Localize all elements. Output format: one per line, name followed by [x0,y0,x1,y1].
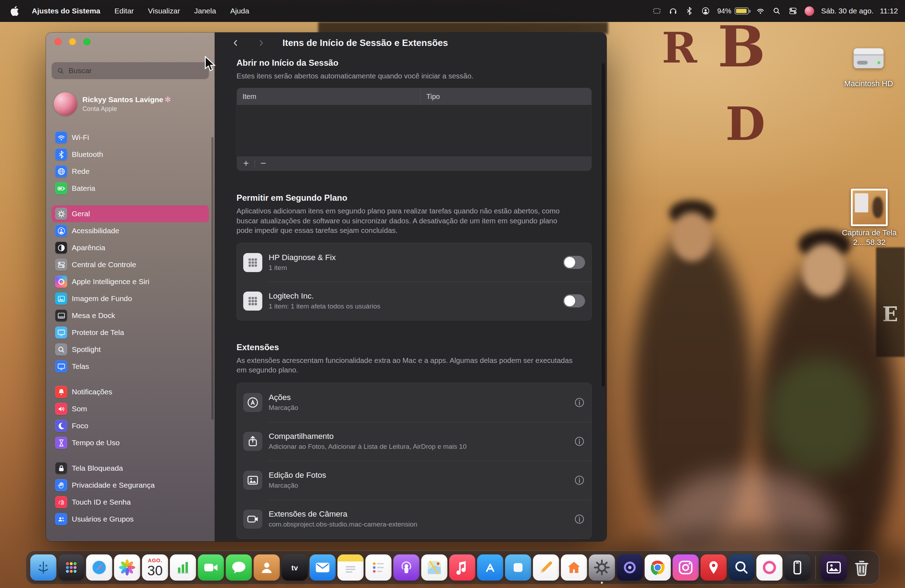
dock-reminders[interactable] [365,555,392,580]
minimize-button[interactable] [69,38,76,45]
dock-finder[interactable] [30,555,57,580]
battery-status[interactable]: 94% [717,7,749,15]
dock-pencil-app[interactable] [533,555,559,580]
dock-chrome[interactable] [645,555,671,580]
sidebar-item-imagem-de-fundo[interactable]: Imagem de Fundo [52,290,209,307]
dock-iphone-mirroring[interactable] [784,555,811,580]
add-login-item-button[interactable]: + [241,158,251,168]
search-input[interactable]: Buscar [52,62,209,79]
dock-contacts[interactable] [254,555,280,580]
menu-editar[interactable]: Editar [114,7,134,15]
menubar-date[interactable]: Sáb. 30 de ago. [821,7,873,15]
user-circle-icon[interactable] [701,6,710,16]
dock-weather-night[interactable] [617,555,643,580]
back-button[interactable] [230,36,241,49]
camera-outline-icon [676,558,695,577]
sidebar-item-tempo-de-uso[interactable]: Tempo de Uso [52,434,209,451]
sidebar-item-rede[interactable]: Rede [52,163,209,180]
dock-launchpad[interactable] [58,555,84,580]
dock-mail[interactable] [310,555,336,580]
desktop-icon-macintosh-hd[interactable]: Macintosh HD [835,40,902,89]
sidebar-item-acessibilidade[interactable]: Acessibilidade [52,222,209,239]
dock-safari[interactable] [86,555,113,580]
magnifier-icon[interactable] [772,6,781,16]
sidebar-item-aparencia[interactable]: Aparência [52,239,209,256]
info-button-compartilhamento[interactable] [574,436,585,447]
menu-janela[interactable]: Janela [194,7,216,15]
sidebar-item-touch-id-e-senha[interactable]: Touch ID e Senha [52,494,209,510]
dock-trash-icon[interactable] [849,555,875,580]
control-center-icon[interactable] [788,6,797,16]
sidebar-item-label: Apple Intelligence e Siri [72,277,149,286]
toggle-logitech-inc[interactable] [563,294,585,307]
dock-ring-app[interactable] [757,555,783,580]
info-button-extensoes-de-camera[interactable] [574,514,585,525]
headphones-icon[interactable] [668,6,678,16]
menu-ajustes-do-sistema[interactable]: Ajustes do Sistema [32,7,100,15]
dock-notes[interactable] [338,555,364,580]
dock-pin-app[interactable] [701,555,727,580]
info-button-acoes[interactable] [574,397,585,408]
sidebar-item-foco[interactable]: Foco [52,417,209,434]
desk-icon [57,311,66,320]
wifi-icon[interactable] [756,6,765,16]
dock-podcasts[interactable] [394,555,420,580]
sidebar-item-tela-bloqueada[interactable]: Tela Bloqueada [52,460,209,477]
content-scrollbar[interactable] [602,63,605,387]
sidebar-item-label: Som [72,404,87,413]
menubar-menus: Ajustes do SistemaEditarVisualizarJanela… [32,7,249,15]
dock-freeform[interactable] [505,555,531,580]
sidebar-item-wi-fi[interactable]: Wi-Fi [52,129,209,146]
menu-visualizar[interactable]: Visualizar [148,7,180,15]
person-circle-icon-tile [55,225,67,237]
sidebar-item-apple-intelligence-e-siri[interactable]: Apple Intelligence e Siri [52,273,209,290]
sidebar-item-som[interactable]: Som [52,400,209,417]
wifi-icon-tile [55,132,67,143]
swirl-icon [621,558,639,577]
sidebar-scrollbar[interactable] [211,137,214,420]
sidebar-item-bateria[interactable]: Bateria [52,180,209,197]
desktop-icon-label: Macintosh HD [844,79,893,89]
forward-button[interactable] [256,36,266,49]
sidebar-item-spotlight[interactable]: Spotlight [52,341,209,358]
dock-music[interactable] [449,555,475,580]
dock-apple-tv[interactable]: tv [282,555,308,580]
dock-photos[interactable] [114,555,140,580]
apple-menu-icon[interactable] [10,6,19,16]
sidebar-item-geral[interactable]: Geral [52,205,209,222]
bluetooth-icon[interactable] [685,6,694,16]
toggle-hp-diagnose-fix[interactable] [563,256,585,269]
dock-maps[interactable] [421,555,448,580]
sidebar-item-protetor-de-tela[interactable]: Protetor de Tela [52,324,209,341]
dock-messages[interactable] [226,555,252,580]
remove-login-item-button[interactable]: − [259,158,268,168]
dock-search-app[interactable] [729,555,755,580]
sidebar-group: Tela BloqueadaPrivacidade e SegurançaTou… [52,460,209,528]
menubar-clock[interactable]: 11:12 [880,7,898,15]
menu-ajuda[interactable]: Ajuda [230,7,249,15]
close-button[interactable] [54,38,62,45]
sidebar-item-bluetooth[interactable]: Bluetooth [52,146,209,163]
dock-home[interactable] [561,555,587,580]
sidebar-item-notificacoes[interactable]: Notificações [52,384,209,400]
zoom-button[interactable] [83,38,90,45]
menubar-avatar[interactable] [805,6,814,16]
sidebar-item-central-de-controle[interactable]: Central de Controle [52,256,209,273]
sidebar-item-privacidade-e-seguranca[interactable]: Privacidade e Segurança [52,477,209,494]
hourglass-icon-tile [55,437,67,449]
desktop-icon-screenshot[interactable]: Captura de Tela 2....58.32 [838,189,901,247]
flower-badge-icon: ✻ [165,95,171,103]
apple-account-item[interactable]: Rickyy Santos Lavigne✻ Conta Apple [54,92,207,116]
dock-calendar[interactable]: AGO.30 [142,555,168,580]
sidebar-item-mesa-e-dock[interactable]: Mesa e Dock [52,307,209,324]
dock-media-app[interactable] [821,555,847,580]
dock-facetime[interactable] [198,555,224,580]
sidebar-item-usuarios-e-grupos[interactable]: Usuários e Grupos [52,510,209,528]
sidebar-item-telas[interactable]: Telas [52,358,209,375]
info-button-edicao-de-fotos[interactable] [574,475,585,486]
dock-system-settings[interactable] [589,555,615,580]
dock-stats[interactable] [170,555,196,580]
dock-app-store[interactable] [477,555,503,580]
screen-frame-icon[interactable] [652,6,661,16]
dock-photo-social[interactable] [673,555,699,580]
